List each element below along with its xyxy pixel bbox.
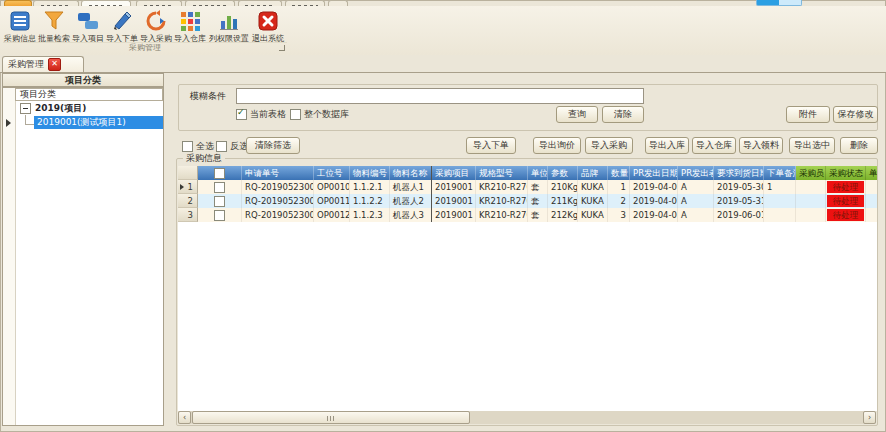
clear-button[interactable]: 清除 [602,106,644,123]
header-cell[interactable]: 物料编号 [350,166,390,180]
query-button[interactable]: 查询 [556,106,598,123]
status-badge: 待处理 [827,195,864,207]
header-cell[interactable]: 单位 [528,166,548,180]
status-badge: 待处理 [827,209,864,221]
header-cell[interactable]: PR发出日期 [630,166,678,180]
clear-filter-button[interactable]: 清除筛选 [246,137,300,154]
import-project-button[interactable]: 导入项目 [71,8,105,43]
header-select-checkbox[interactable] [198,166,242,180]
checkbox-unchecked-icon[interactable] [214,210,225,221]
cell: 2 [608,194,630,208]
tab-purchase-management[interactable]: 采购管理 ✕ [2,56,84,72]
tab-close-icon[interactable]: ✕ [48,58,61,71]
tree-row-gutter [3,88,16,425]
cell [796,180,826,194]
row-select-checkbox[interactable] [198,180,242,194]
header-cell[interactable]: 参数 [548,166,578,180]
horizontal-scrollbar[interactable]: ‹ › [178,411,876,424]
header-cell[interactable]: PR发出者 [678,166,714,180]
checkbox-unchecked-icon[interactable] [182,141,193,152]
scroll-right-icon[interactable]: › [863,411,876,424]
import-purchase-action-button[interactable]: 导入采购 [585,137,633,154]
checkbox-unchecked-icon[interactable] [290,109,301,120]
header-cell[interactable]: 品牌 [578,166,608,180]
batch-search-button[interactable]: 批量检索 [37,8,71,43]
chart-icon [217,9,241,33]
cell: 211Kg [548,194,578,208]
cell: KR210-R2700 [476,180,528,194]
cell: 2019-05-31 [714,194,764,208]
row-select-checkbox[interactable] [198,208,242,222]
table-row[interactable]: 1RQ-201905230001OP00101.1.2.1机器人12019001… [178,180,877,194]
scrollbar-thumb[interactable] [192,411,470,424]
import-warehouse-button[interactable]: 导入仓库 [173,8,207,43]
cell: RQ-201905230003 [242,208,314,222]
group-dialog-launcher-icon[interactable] [279,45,285,51]
checkbox-unchecked-icon[interactable] [214,168,225,179]
export-inquiry-button[interactable]: 导出询价 [533,137,581,154]
import-material-button[interactable]: 导入领料 [739,137,783,154]
checkbox-unchecked-icon[interactable] [214,182,225,193]
row-select-checkbox[interactable] [198,194,242,208]
export-inbound-button[interactable]: 导出入库 [645,137,689,154]
cell: A [678,208,714,222]
select-all-checkbox[interactable]: 全选 [182,140,214,152]
ribbon: 采购信息 批量检索 导入项目 导入下单 导入采购 [0,6,886,56]
header-cell[interactable]: 采购状态 [826,166,866,180]
purchase-info-button[interactable]: 采购信息 [3,8,37,43]
tree-node-label-selected[interactable]: 2019001(测试项目1) [34,116,163,129]
header-cell[interactable]: 物料名称 [390,166,432,180]
import-purchase-button[interactable]: 导入采购 [139,8,173,43]
attachment-button[interactable]: 附件 [786,106,830,123]
scroll-left-icon[interactable]: ‹ [178,411,191,424]
cell: 待处理 [826,194,866,208]
fuzzy-condition-input[interactable] [236,88,644,104]
checkbox-checked-icon[interactable] [236,109,247,120]
import-order-action-button[interactable]: 导入下单 [466,137,516,154]
column-permission-button[interactable]: 列权限设置 [207,8,251,43]
ribbon-group-purchase: 采购信息 批量检索 导入项目 导入下单 导入采购 [3,8,287,53]
cell: 套 [528,194,548,208]
cell: OP0011 [314,194,350,208]
header-cell[interactable]: 要求到货日期 [714,166,764,180]
checkbox-unchecked-icon[interactable] [214,196,225,207]
cell [764,194,796,208]
checkbox-unchecked-icon[interactable] [216,141,227,152]
import-order-button[interactable]: 导入下单 [105,8,139,43]
header-cell[interactable]: 下单备注 [764,166,796,180]
collapse-minus-icon[interactable] [20,103,31,114]
import-warehouse-action-button[interactable]: 导入仓库 [692,137,736,154]
tab-label: 采购管理 [8,58,44,71]
table-row[interactable]: 2RQ-201905230002OP00111.1.2.2机器人22019001… [178,194,877,208]
delete-button[interactable]: 删除 [840,137,878,154]
cell: KR210-R2702 [476,208,528,222]
save-changes-button[interactable]: 保存修改 [833,106,878,123]
header-gutter [178,166,198,180]
header-cell[interactable]: 工位号 [314,166,350,180]
header-cell[interactable]: 采购项目 [432,166,476,180]
whole-database-checkbox[interactable]: 整个数据库 [290,108,349,120]
header-cell[interactable]: 采购员 [796,166,826,180]
current-table-checkbox[interactable]: 当前表格 [236,108,286,120]
export-selected-button[interactable]: 导出选中 [789,137,835,154]
header-cell[interactable]: 数量 [608,166,630,180]
purchase-info-groupbox: 采购信息 申请单号工位号物料编号物料名称采购项目规格型号单位参数品牌数量PR发出… [176,158,878,426]
header-cell[interactable]: 规格型号 [476,166,528,180]
header-cell[interactable]: 申请单号 [242,166,314,180]
exit-system-button[interactable]: 退出系统 [251,8,285,43]
project-tree-panel: 项目分类 2019(项目) 2019001(测试项目1) [2,87,164,426]
cell [866,208,877,222]
cell: 待处理 [826,208,866,222]
row-number: 3 [178,208,198,222]
cell: OP0012 [314,208,350,222]
header-cell[interactable]: 单价 [866,166,877,180]
table-row[interactable]: 3RQ-201905230003OP00121.1.2.3机器人32019001… [178,208,877,222]
tree-node-2019[interactable]: 2019(项目) [15,102,163,115]
cell: 1 [764,180,796,194]
tree-node-2019001[interactable]: 2019001(测试项目1) [15,115,163,129]
grid-header-row: 申请单号工位号物料编号物料名称采购项目规格型号单位参数品牌数量PR发出日期PR发… [178,166,877,180]
tree-root-node[interactable]: 项目分类 [15,88,163,101]
cell [796,194,826,208]
invert-select-checkbox[interactable]: 反选 [216,140,248,152]
cell: 1 [608,180,630,194]
